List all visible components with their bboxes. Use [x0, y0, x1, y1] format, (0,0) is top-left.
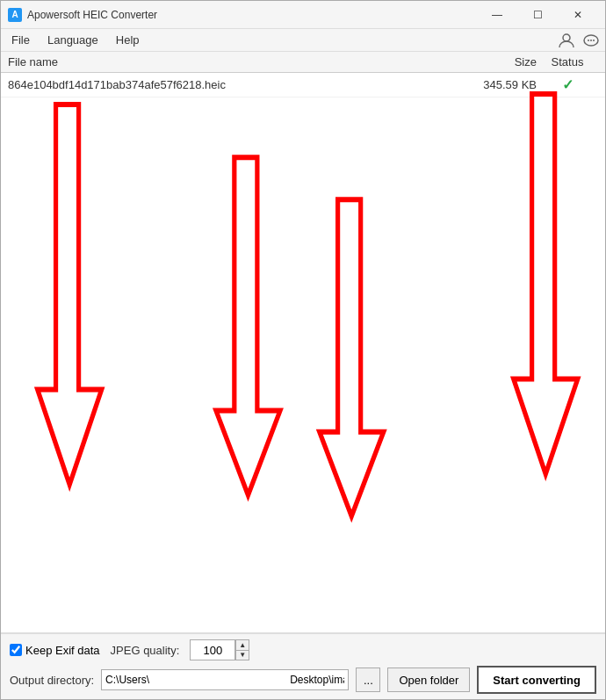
svg-point-4	[593, 40, 595, 41]
svg-point-0	[563, 34, 570, 41]
file-name-cell: 864e104bdf14d171bab374afe57f6218.heic	[8, 78, 449, 91]
title-bar: A Apowersoft HEIC Converter — ☐ ✕	[1, 1, 605, 29]
arrow-start-converting	[514, 94, 578, 474]
options-row: Keep Exif data JPEG quality: ▲ ▼	[10, 639, 596, 660]
minimize-button[interactable]: —	[477, 1, 517, 29]
window-controls: — ☐ ✕	[477, 1, 598, 29]
chat-icon[interactable]	[581, 30, 602, 51]
menu-file[interactable]: File	[4, 32, 37, 48]
bottom-section: Keep Exif data JPEG quality: ▲ ▼ Output …	[1, 633, 605, 699]
file-size-cell: 345.59 KB	[449, 78, 537, 91]
quality-spinner[interactable]: ▲ ▼	[235, 639, 249, 660]
svg-marker-6	[216, 157, 280, 495]
output-dir-input[interactable]	[101, 669, 349, 690]
output-dir-row: Output directory: ... Open folder Start …	[10, 666, 596, 694]
column-status: Status	[537, 55, 598, 69]
arrows-overlay	[1, 73, 605, 632]
file-list-header: File name Size Status	[1, 52, 605, 73]
column-size: Size	[449, 55, 537, 69]
arrow-jpeg-quality	[216, 157, 280, 495]
jpeg-quality-control: ▲ ▼	[190, 639, 249, 660]
maximize-button[interactable]: ☐	[517, 1, 558, 29]
keep-exif-text: Keep Exif data	[25, 644, 100, 657]
close-button[interactable]: ✕	[558, 1, 598, 29]
menu-bar: File Language Help	[1, 29, 605, 52]
file-list-content: 864e104bdf14d171bab374afe57f6218.heic 34…	[1, 73, 605, 632]
svg-marker-7	[320, 199, 384, 516]
svg-marker-5	[38, 105, 102, 485]
main-window: A Apowersoft HEIC Converter — ☐ ✕ File L…	[0, 0, 606, 700]
keep-exif-checkbox[interactable]	[10, 644, 22, 656]
open-folder-button[interactable]: Open folder	[387, 668, 470, 692]
svg-point-2	[588, 40, 589, 41]
svg-marker-8	[514, 94, 578, 474]
window-title: Apowersoft HEIC Converter	[27, 9, 477, 21]
user-icon[interactable]	[556, 30, 577, 51]
app-icon: A	[8, 8, 22, 22]
spinner-down[interactable]: ▼	[236, 651, 249, 660]
file-status-cell: ✓	[537, 76, 598, 93]
menu-language[interactable]: Language	[40, 32, 105, 48]
output-dir-label: Output directory:	[10, 674, 94, 687]
column-filename: File name	[8, 55, 449, 69]
arrow-browse	[320, 199, 384, 516]
menu-help[interactable]: Help	[109, 32, 147, 48]
jpeg-quality-input[interactable]	[190, 639, 235, 660]
table-row: 864e104bdf14d171bab374afe57f6218.heic 34…	[1, 73, 605, 97]
jpeg-quality-label: JPEG quality:	[111, 644, 180, 657]
arrow-keep-exif	[38, 105, 102, 485]
start-converting-button[interactable]: Start converting	[477, 666, 596, 694]
browse-button[interactable]: ...	[356, 668, 380, 692]
file-list-area: File name Size Status 864e104bdf14d171ba…	[1, 52, 605, 633]
keep-exif-label[interactable]: Keep Exif data	[10, 644, 100, 657]
svg-point-3	[590, 40, 592, 41]
spinner-up[interactable]: ▲	[236, 640, 249, 651]
